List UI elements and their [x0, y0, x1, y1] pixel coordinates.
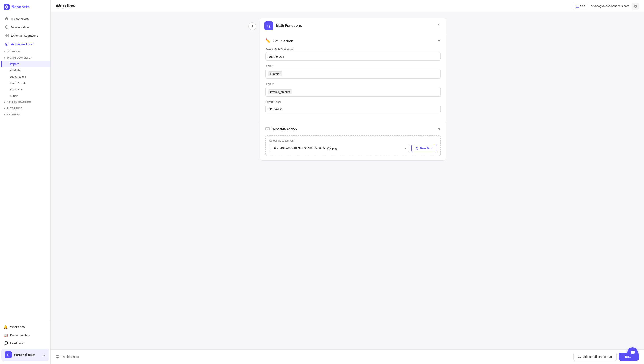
sidebar-item-ai-model[interactable]: AI Model: [1, 67, 50, 74]
svg-point-13: [267, 128, 268, 130]
section-ai-training-label: AI TRAINING: [7, 107, 23, 110]
sidebar-item-whats-new[interactable]: 🔔 What's new: [0, 323, 50, 331]
run-test-button[interactable]: Run Test: [411, 144, 437, 152]
sidebar-item-documentation[interactable]: 📖 Documentation: [0, 331, 50, 339]
data-actions-label: Data Actions: [10, 75, 26, 78]
run-test-label: Run Test: [420, 146, 433, 150]
sidebar-navigation: My workflows New workflow External integ…: [0, 14, 50, 321]
troubleshoot-label: Troubleshoot: [61, 355, 79, 358]
sidebar-item-feedback[interactable]: 💬 Feedback: [0, 339, 50, 347]
bell-icon: 🔔: [4, 325, 8, 329]
file-select-wrapper: e0eed400-4153-4669-ab39-915b9ee0f85d (1)…: [269, 144, 409, 152]
schedule-icon: [576, 4, 579, 8]
svg-rect-9: [634, 6, 636, 8]
input1-label: Input 1: [265, 64, 441, 68]
import-label: Import: [10, 62, 19, 66]
final-results-label: Final Results: [10, 82, 26, 85]
input1-tag: subtotal: [268, 71, 282, 76]
app-logo[interactable]: Nanonets: [0, 0, 50, 14]
team-name: Personal team: [14, 353, 35, 356]
ai-model-label: AI Model: [10, 69, 21, 72]
sidebar-label-my-workflows: My workflows: [11, 17, 29, 20]
sidebar-item-final-results[interactable]: Final Results: [1, 80, 50, 86]
section-workflow-setup[interactable]: ▼ WORKFLOW SETUP: [0, 55, 50, 61]
sidebar-item-my-workflows[interactable]: My workflows: [1, 14, 49, 22]
troubleshoot-icon: [56, 355, 59, 358]
add-conditions-label: Add conditions to run: [583, 355, 612, 358]
output-label-input[interactable]: [265, 105, 441, 113]
step-container: 1 +× -÷ Math Functions ⋮ ✏️: [248, 18, 446, 161]
team-icon: P: [5, 351, 12, 358]
math-operation-select[interactable]: additionsubtractionmultiplicationdivisio…: [265, 52, 441, 60]
export-label: Export: [10, 94, 18, 98]
camera-icon: [265, 126, 270, 132]
sidebar-item-external-integrations[interactable]: External integrations: [1, 32, 49, 40]
section-overview-label: OVERVIEW: [7, 50, 21, 53]
logo-icon: [4, 4, 10, 10]
input1-tag-area[interactable]: subtotal: [265, 69, 441, 78]
chevron-right-icon-settings: ▶: [4, 113, 6, 116]
math-operation-group: Select Math Operation additionsubtractio…: [265, 48, 441, 60]
svg-rect-2: [5, 34, 7, 35]
output-label-group: Output Label: [265, 100, 441, 113]
section-ai-training[interactable]: ▶ AI TRAINING: [0, 105, 50, 111]
input2-tag-area[interactable]: invoice_amount: [265, 87, 441, 96]
input2-group: Input 2 invoice_amount: [265, 82, 441, 96]
user-email: aryanagrawal@nanonets.com: [591, 4, 629, 8]
book-icon: 📖: [4, 333, 8, 337]
plus-circle-icon: [5, 25, 9, 29]
personal-team-section[interactable]: P Personal team ▲: [1, 349, 49, 361]
svg-rect-8: [576, 5, 579, 8]
svg-rect-5: [7, 36, 8, 37]
more-options-button[interactable]: ⋮: [436, 22, 442, 29]
file-select-row: e0eed400-4153-4669-ab39-915b9ee0f85d (1)…: [269, 144, 437, 152]
footer-bar: Troubleshoot Add conditions to run Done: [51, 349, 644, 364]
sidebar-item-approvals[interactable]: Approvals: [1, 86, 50, 93]
test-action-section: Test this Action ▼ Select file to test w…: [260, 122, 446, 160]
header-right: Sch aryanagrawal@nanonets.com: [573, 3, 639, 10]
sidebar-label-new-workflow: New workflow: [11, 26, 29, 29]
card-header: +× -÷ Math Functions ⋮: [260, 18, 446, 34]
chevron-right-icon-training: ▶: [4, 107, 6, 110]
setup-collapse-button[interactable]: ▼: [438, 39, 441, 42]
sidebar-item-export[interactable]: Export: [1, 93, 50, 99]
sidebar-item-import[interactable]: Import: [1, 61, 50, 67]
test-collapse-button[interactable]: ▼: [438, 127, 441, 131]
card-icon-box: +× -÷: [264, 21, 273, 30]
section-settings-label: SETTINGS: [7, 113, 20, 116]
test-action-title: Test this Action: [272, 127, 435, 131]
schedule-label: Sch: [580, 4, 585, 8]
svg-text:-÷: -÷: [267, 25, 271, 28]
copy-button[interactable]: [632, 3, 639, 10]
sidebar-item-active-workflow[interactable]: Active workflow: [1, 40, 49, 48]
sidebar-item-new-workflow[interactable]: New workflow: [1, 23, 49, 31]
chat-bubble-button[interactable]: [627, 347, 638, 358]
approvals-label: Approvals: [10, 88, 23, 91]
input1-group: Input 1 subtotal: [265, 64, 441, 78]
copy-icon: [634, 4, 637, 8]
pencil-icon: ✏️: [265, 38, 271, 44]
feedback-label: Feedback: [10, 342, 23, 345]
schedule-button[interactable]: Sch: [573, 3, 588, 9]
troubleshoot-button[interactable]: Troubleshoot: [56, 355, 79, 358]
card-title: Math Functions: [276, 24, 433, 28]
setup-action-header: ✏️ Setup action ▼: [265, 38, 441, 44]
add-conditions-button[interactable]: Add conditions to run: [573, 352, 616, 361]
section-settings[interactable]: ▶ SETTINGS: [0, 111, 50, 118]
home-icon: [5, 16, 9, 20]
file-select-dropdown[interactable]: e0eed400-4153-4669-ab39-915b9ee0f85d (1)…: [269, 144, 409, 152]
page-title: Workflow: [56, 4, 76, 8]
chat-bubble-icon: [630, 350, 635, 355]
documentation-label: Documentation: [10, 334, 30, 337]
select-file-label: Select file to test with: [269, 139, 437, 142]
whats-new-label: What's new: [10, 325, 25, 329]
section-data-extraction[interactable]: ▶ DATA EXTRACTION: [0, 99, 50, 105]
sidebar-item-data-actions[interactable]: Data Actions: [1, 74, 50, 80]
section-data-extraction-label: DATA EXTRACTION: [7, 101, 31, 104]
svg-rect-3: [7, 34, 8, 35]
chevron-down-icon-setup: ▼: [4, 57, 6, 59]
section-overview[interactable]: ▶ OVERVIEW: [0, 48, 50, 55]
camera-svg-icon: [265, 126, 270, 131]
output-label-label: Output Label: [265, 100, 441, 104]
svg-point-7: [6, 44, 8, 45]
